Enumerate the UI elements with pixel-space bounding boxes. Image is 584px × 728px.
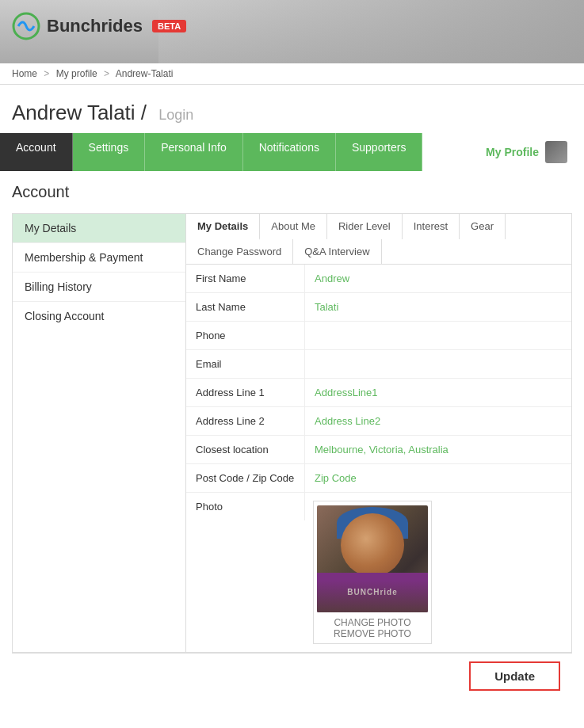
update-button[interactable]: Update [469,661,560,691]
sub-tab-rider-level[interactable]: Rider Level [327,214,403,239]
sub-tab-gear[interactable]: Gear [460,214,506,239]
label-address-line-2: Address Line 2 [186,407,305,435]
nav-supporters[interactable]: Supporters [336,133,422,171]
sidebar-item-my-details[interactable]: My Details [13,214,185,243]
main-navigation: Account Settings Personal Info Notificat… [0,133,584,171]
header: Bunchrides BETA [0,0,584,63]
value-address-line-1[interactable]: AddressLine1 [305,379,571,406]
sidebar-item-billing-history[interactable]: Billing History [13,273,185,302]
logo-text: Bunchrides [47,16,143,36]
two-column-layout: My Details Membership & Payment Billing … [12,213,572,653]
value-first-name[interactable]: Andrew [305,265,571,292]
field-closest-location: Closest location Melbourne, Victoria, Au… [186,436,571,464]
field-last-name: Last Name Talati [186,293,571,322]
beta-badge: BETA [152,20,186,32]
field-first-name: First Name Andrew [186,265,571,293]
photo-overlay [317,581,428,612]
label-post-code: Post Code / Zip Code [186,464,305,492]
sub-tab-my-details[interactable]: My Details [186,214,260,240]
label-photo: Photo [186,493,305,520]
label-closest-location: Closest location [186,436,305,463]
value-post-code[interactable]: Zip Code [305,464,571,492]
field-phone: Phone [186,322,571,350]
label-last-name: Last Name [186,293,305,321]
nav-account[interactable]: Account [0,133,73,171]
field-address-line-2: Address Line 2 Address Line2 [186,407,571,436]
login-link[interactable]: Login [158,107,193,123]
nav-notifications[interactable]: Notifications [243,133,336,171]
breadcrumb-current: Andrew-Talati [116,68,174,79]
my-profile-label: My Profile [486,146,539,158]
logo-icon [12,12,40,40]
field-post-code: Post Code / Zip Code Zip Code [186,464,571,493]
update-bar: Update [12,653,572,699]
value-last-name[interactable]: Talati [305,293,571,321]
label-address-line-1: Address Line 1 [186,379,305,406]
field-photo: Photo BUNCHride CHANGE PHOTO [186,493,571,652]
value-photo: BUNCHride CHANGE PHOTO REMOVE PHOTO [305,493,571,652]
sub-tab-change-password[interactable]: Change Password [186,239,293,264]
breadcrumb-my-profile[interactable]: My profile [56,68,97,79]
sub-tab-interest[interactable]: Interest [403,214,460,239]
sub-tab-about-me[interactable]: About Me [260,214,327,239]
header-background-overlay [158,0,584,63]
section-title: Account [12,183,572,201]
profile-thumbnail [545,141,567,163]
label-first-name: First Name [186,265,305,292]
value-email[interactable] [305,350,571,378]
field-address-line-1: Address Line 1 AddressLine1 [186,379,571,407]
value-phone[interactable] [305,322,571,349]
page-title-area: Andrew Talati / Login [0,85,584,133]
sidebar-item-membership-payment[interactable]: Membership & Payment [13,243,185,273]
breadcrumb-home[interactable]: Home [12,68,37,79]
logo-area: Bunchrides BETA [12,12,186,40]
nav-settings[interactable]: Settings [73,133,146,171]
nav-personal-info[interactable]: Personal Info [145,133,243,171]
breadcrumb-sep-1: > [44,68,49,79]
title-separator: / [141,101,152,124]
photo-frame: BUNCHride CHANGE PHOTO REMOVE PHOTO [313,501,432,644]
sub-tabs: My Details About Me Rider Level Interest… [186,214,571,265]
value-address-line-2[interactable]: Address Line2 [305,407,571,435]
photo-face [341,513,404,577]
field-email: Email [186,350,571,379]
profile-thumb-image [545,141,567,163]
nav-my-profile[interactable]: My Profile [470,133,584,171]
details-section: My Details About Me Rider Level Interest… [186,213,572,653]
sub-tab-qa-interview[interactable]: Q&A Interview [293,239,381,264]
change-photo-link[interactable]: CHANGE PHOTO [334,617,411,628]
label-phone: Phone [186,322,305,349]
value-closest-location[interactable]: Melbourne, Victoria, Australia [305,436,571,463]
photo-actions: CHANGE PHOTO REMOVE PHOTO [334,617,411,639]
sidebar-item-closing-account[interactable]: Closing Account [13,302,185,330]
user-name: Andrew Talati [12,101,136,124]
photo-image: BUNCHride [317,505,428,612]
remove-photo-link[interactable]: REMOVE PHOTO [334,628,411,639]
page-title: Andrew Talati / Login [12,101,572,125]
label-email: Email [186,350,305,378]
content-area: Account My Details Membership & Payment … [0,171,584,711]
breadcrumb-sep-2: > [104,68,109,79]
breadcrumb: Home > My profile > Andrew-Talati [0,63,584,85]
sidebar: My Details Membership & Payment Billing … [12,213,186,653]
